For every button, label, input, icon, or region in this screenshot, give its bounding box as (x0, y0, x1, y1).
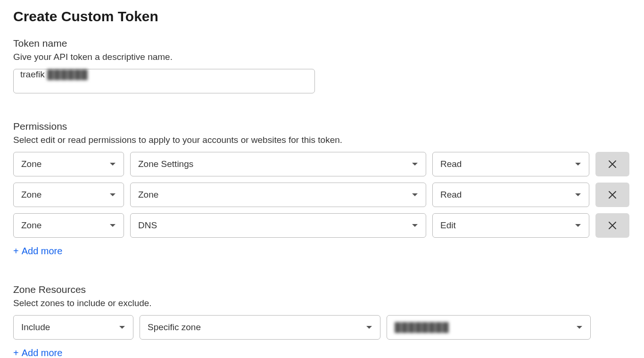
permission-access-select[interactable]: Read (432, 183, 589, 207)
permission-resource-select[interactable]: DNS (130, 213, 426, 238)
close-icon (608, 190, 617, 200)
zone-name-select[interactable]: ████████ (387, 315, 591, 340)
permission-scope-value: Zone (21, 220, 41, 231)
permission-access-value: Read (440, 190, 462, 200)
zone-mode-value: Include (21, 322, 50, 333)
remove-permission-button[interactable] (595, 183, 629, 207)
permissions-desc: Select edit or read permissions to apply… (13, 135, 631, 145)
zone-scope-value: Specific zone (148, 322, 201, 333)
token-name-blurred: ██████ (47, 69, 88, 79)
page-title: Create Custom Token (13, 8, 631, 25)
permission-access-select[interactable]: Read (432, 152, 589, 176)
permission-access-value: Read (440, 159, 462, 169)
chevron-down-icon (575, 192, 581, 197)
add-zone-resource-button[interactable]: + Add more (13, 348, 62, 358)
chevron-down-icon (412, 192, 418, 197)
plus-icon: + (13, 348, 19, 358)
permission-resource-value: DNS (138, 220, 157, 231)
close-icon (608, 159, 617, 169)
remove-permission-button[interactable] (595, 213, 629, 238)
permission-row: Zone DNS Edit (13, 213, 631, 238)
permission-resource-select[interactable]: Zone Settings (130, 152, 426, 176)
chevron-down-icon (576, 325, 583, 330)
add-permission-button[interactable]: + Add more (13, 246, 62, 257)
plus-icon: + (13, 246, 19, 257)
chevron-down-icon (109, 162, 116, 167)
permission-row: Zone Zone Settings Read (13, 152, 631, 176)
permission-resource-value: Zone (138, 190, 158, 200)
permission-scope-select[interactable]: Zone (13, 213, 124, 238)
token-name-value: traefik (20, 69, 47, 79)
remove-permission-button[interactable] (595, 152, 629, 176)
chevron-down-icon (575, 162, 581, 167)
permission-scope-select[interactable]: Zone (13, 183, 124, 207)
add-more-label: Add more (22, 246, 63, 257)
permission-resource-select[interactable]: Zone (130, 183, 426, 207)
permission-scope-value: Zone (21, 190, 41, 200)
chevron-down-icon (366, 325, 372, 330)
chevron-down-icon (575, 223, 581, 228)
chevron-down-icon (412, 223, 418, 228)
zone-resources-desc: Select zones to include or exclude. (13, 298, 631, 308)
permission-access-select[interactable]: Edit (432, 213, 589, 238)
chevron-down-icon (119, 325, 125, 330)
token-name-section: Token name Give your API token a descrip… (13, 38, 631, 93)
permission-scope-value: Zone (21, 159, 41, 169)
zone-resources-label: Zone Resources (13, 284, 631, 295)
zone-resource-row: Include Specific zone ████████ (13, 315, 631, 340)
token-name-label: Token name (13, 38, 631, 49)
close-icon (608, 221, 617, 230)
token-name-input[interactable]: traefik ██████ (13, 69, 315, 93)
permission-scope-select[interactable]: Zone (13, 152, 124, 176)
chevron-down-icon (109, 223, 116, 228)
zone-resources-section: Zone Resources Select zones to include o… (13, 284, 631, 358)
zone-mode-select[interactable]: Include (13, 315, 133, 340)
chevron-down-icon (412, 162, 418, 167)
add-more-label: Add more (22, 348, 63, 358)
permission-access-value: Edit (440, 220, 456, 231)
chevron-down-icon (109, 192, 116, 197)
permissions-label: Permissions (13, 121, 631, 132)
zone-scope-select[interactable]: Specific zone (140, 315, 380, 340)
token-name-desc: Give your API token a descriptive name. (13, 52, 631, 62)
permission-row: Zone Zone Read (13, 183, 631, 207)
permission-resource-value: Zone Settings (138, 159, 193, 169)
permissions-section: Permissions Select edit or read permissi… (13, 121, 631, 257)
zone-name-blurred: ████████ (395, 322, 449, 333)
